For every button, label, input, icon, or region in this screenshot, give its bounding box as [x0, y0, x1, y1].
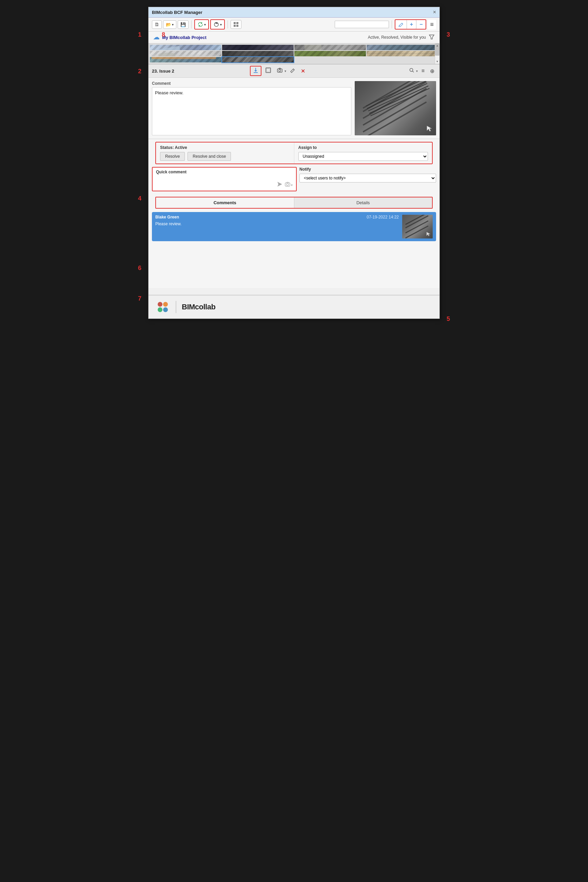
download-icon — [253, 67, 259, 73]
annotation-label-2: 2 — [138, 68, 141, 75]
send-comment-button[interactable] — [277, 181, 283, 189]
resolve-close-button[interactable]: Resolve and close — [188, 152, 231, 161]
svg-point-34 — [163, 302, 168, 307]
zoom-button[interactable]: ⊕ — [428, 67, 436, 75]
status-buttons: Resolve Resolve and close — [160, 152, 290, 161]
camera-dropdown-arrow[interactable]: ▾ — [285, 69, 286, 73]
grid-view-button[interactable] — [231, 20, 242, 29]
camera-icon — [277, 67, 283, 73]
main-toolbar: 🖺 📂 ▾ 💾 ▾ ▾ — [148, 18, 440, 32]
send-icon — [277, 181, 283, 187]
menu-button[interactable]: ≡ — [428, 20, 436, 30]
download-button[interactable] — [250, 66, 261, 76]
issue-thumb-22 — [150, 57, 221, 62]
crop-icon — [265, 67, 271, 73]
svg-point-24 — [279, 69, 281, 72]
save-button[interactable]: 💾 — [178, 20, 189, 29]
issue-card-12[interactable]: 12. Pipe too close to... — [150, 45, 221, 50]
cloud-icon: ☁ — [153, 34, 159, 41]
search-input[interactable] — [335, 21, 389, 28]
search-detail-dropdown[interactable]: ▾ — [416, 69, 418, 73]
svg-point-31 — [286, 183, 289, 186]
edit-add-remove-group: + − — [395, 20, 427, 30]
comment-author-0: Blake Green — [155, 215, 179, 219]
issue-card-21[interactable]: 21. Ceiling above rec... — [367, 51, 438, 56]
footer: BIMcollab — [148, 295, 440, 319]
edit-detail-button[interactable] — [288, 67, 297, 75]
assign-select[interactable]: Unassigned Blake Green Other User — [298, 152, 428, 161]
svg-line-25 — [293, 69, 294, 70]
refresh-icon — [213, 21, 219, 27]
remove-issue-button[interactable]: − — [416, 20, 426, 29]
refresh-group: ▾ — [210, 20, 225, 30]
tab-comments[interactable]: Comments — [156, 197, 294, 208]
issue-thumb-17 — [367, 45, 438, 50]
open-button[interactable]: 📂 ▾ — [163, 20, 176, 29]
annotation-label-1: 1 — [138, 31, 141, 38]
sync-button[interactable]: ▾ — [195, 20, 208, 29]
close-detail-button[interactable]: ✕ — [299, 67, 307, 75]
project-bar: ☁ My BIMcollab Project Active, Resolved,… — [148, 32, 440, 44]
svg-line-9 — [399, 26, 399, 27]
screenshot-button[interactable] — [275, 66, 285, 75]
issue-thumb-15 — [222, 45, 294, 50]
edit-issue-button[interactable] — [395, 20, 407, 29]
refresh-button[interactable]: ▾ — [211, 20, 224, 29]
comment-text-0: Please review. — [155, 221, 399, 226]
comment-entry-0: Blake Green 07-19-2022 14:22 Please revi… — [152, 212, 436, 241]
pencil-icon — [399, 22, 404, 27]
svg-marker-28 — [427, 126, 432, 131]
status-label: Status: Active — [160, 145, 290, 150]
annotation-label-7: 7 — [138, 295, 141, 302]
comment-text[interactable]: Please review. — [152, 87, 351, 135]
detail-body: Comment Please review. — [148, 78, 440, 139]
issue-card-19[interactable]: 19. Ventilation in aud... — [222, 51, 294, 56]
issue-card-22[interactable]: 22. Sitework progres... — [150, 57, 221, 62]
filter-status: Active, Resolved, Visible for you — [368, 34, 435, 41]
sync-group: ▾ — [194, 20, 209, 30]
status-assign-row: Status: Active Resolve Resolve and close… — [155, 142, 433, 164]
attach-screenshot-button[interactable] — [285, 182, 290, 188]
filter-button[interactable] — [429, 34, 435, 41]
issue-card-16[interactable]: 16. Atrium is interrup... — [294, 45, 366, 50]
bimcollab-logo-icon — [155, 299, 170, 314]
project-info: ☁ My BIMcollab Project — [153, 34, 207, 41]
add-issue-button[interactable]: + — [407, 20, 416, 29]
attach-dropdown-arrow[interactable]: ▾ — [291, 183, 292, 187]
comment-entry-left-0: Blake Green 07-19-2022 14:22 Please revi… — [155, 215, 399, 239]
title-bar: BIMcollab BCF Manager × — [148, 7, 440, 18]
resolve-button[interactable]: Resolve — [160, 152, 185, 161]
svg-marker-32 — [427, 232, 430, 236]
cursor-icon-comment — [426, 232, 431, 237]
issue-card-20[interactable]: 20. Balcony — [294, 51, 366, 56]
detail-toolbar: 23. Issue 2 ▾ — [148, 65, 440, 78]
notify-select[interactable]: <select users to notify> — [299, 174, 436, 182]
lines-button[interactable]: ≡ — [420, 67, 426, 75]
issue-card-23[interactable]: 23. Issue 2 — [222, 57, 294, 62]
scroll-down-arrow[interactable]: ▼ — [435, 59, 440, 64]
close-window-button[interactable]: × — [433, 9, 436, 15]
issue-thumb-12 — [150, 45, 221, 50]
search-icon — [409, 68, 414, 73]
new-file-button[interactable]: 🖺 — [152, 20, 162, 29]
issue-card-15[interactable]: 15. Ventilation and p... — [222, 45, 294, 50]
filter-icon — [429, 34, 435, 40]
viewport-image — [355, 81, 436, 135]
scroll-up-arrow[interactable]: ▲ — [435, 44, 440, 48]
svg-rect-22 — [267, 69, 270, 72]
comment-date-0: 07-19-2022 14:22 — [367, 215, 399, 219]
notify-section: Notify <select users to notify> — [299, 167, 436, 191]
tab-details[interactable]: Details — [294, 197, 432, 208]
issues-grid-container[interactable]: 12. Pipe too close to... 15. Ventilation… — [148, 44, 440, 64]
comment-entry-header-0: Blake Green 07-19-2022 14:22 — [155, 215, 399, 219]
issues-scrollbar[interactable]: ▲ ▼ — [435, 44, 440, 64]
grid-icon — [233, 22, 239, 27]
search-detail-button[interactable] — [407, 67, 416, 75]
assign-label: Assign to — [298, 145, 428, 150]
crop-button[interactable] — [264, 66, 273, 75]
issue-card-18[interactable]: 18. Shapes on outsid... — [150, 51, 221, 56]
search-dropdown-group: ▾ — [407, 67, 418, 75]
issue-card-17[interactable]: 17. Layout of main e... — [367, 45, 438, 50]
quick-comment-input-row: ▾ — [156, 181, 292, 189]
issue-thumb-23 — [222, 57, 294, 62]
